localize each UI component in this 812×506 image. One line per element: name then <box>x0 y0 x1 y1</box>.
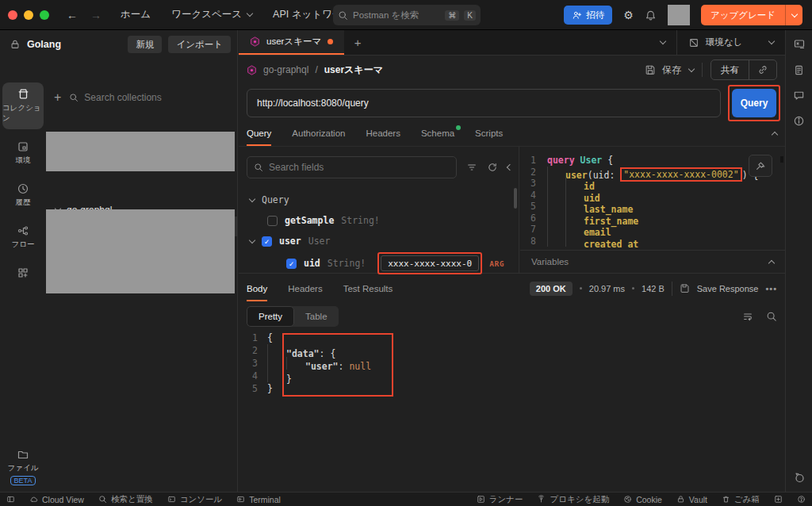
builder-scrollbar[interactable] <box>514 188 517 209</box>
breadcrumb-request[interactable]: userスキーマ <box>324 63 383 77</box>
upgrade-dropdown-button[interactable] <box>785 5 802 25</box>
sidebar-item-history[interactable]: 履歴 <box>2 178 44 213</box>
search-fields-input[interactable]: Search fields <box>247 156 457 178</box>
upgrade-button[interactable]: アップグレード <box>701 5 785 25</box>
save-response-icon <box>680 283 690 293</box>
info-icon[interactable] <box>793 115 805 127</box>
settings-gear-icon[interactable]: ⚙ <box>623 9 634 21</box>
vault-button[interactable]: Vault <box>676 495 707 504</box>
tab-authorization[interactable]: Authorization <box>292 121 345 146</box>
topbar: ← → ホーム ワークスペース API ネットワーク Postman を検索 ⌘… <box>0 0 812 30</box>
tab-user-schema[interactable]: userスキーマ <box>239 30 344 55</box>
maximize-window-button[interactable] <box>40 10 49 20</box>
sidebar-item-flows[interactable]: フロー <box>2 220 44 255</box>
tab-response-headers[interactable]: Headers <box>288 276 322 301</box>
tab-query[interactable]: Query <box>247 121 271 146</box>
save-options-chevron-icon[interactable] <box>688 65 695 71</box>
checkbox-getsample[interactable] <box>267 216 278 226</box>
help-icon[interactable] <box>797 495 806 504</box>
graphql-editor[interactable]: 1query User {2user(uid: "xxxx-xxxx-xxxx-… <box>520 147 785 273</box>
status-bar: Cloud View 検索と置換 コンソール Terminal ランナー プロキ… <box>0 492 812 506</box>
workspace-title[interactable]: Golang <box>27 39 121 50</box>
sidebar-item-files[interactable]: ファイル BETA <box>0 448 46 485</box>
uid-value-input[interactable] <box>381 255 479 271</box>
collapse-builder-icon[interactable] <box>507 164 513 171</box>
response-body[interactable]: 1{2"data": {3"user": null4}5} <box>247 332 785 492</box>
tree-field-getsample[interactable]: getSample String! <box>239 210 519 231</box>
save-response-button[interactable]: Save Response <box>697 284 759 293</box>
console-button[interactable]: コンソール <box>167 494 222 505</box>
wrap-text-icon[interactable] <box>742 311 753 322</box>
prettify-button[interactable] <box>749 155 772 177</box>
schema-status-dot <box>456 125 461 130</box>
tree-field-user[interactable]: ✓ user User <box>239 231 519 251</box>
query-builder: Search fields Query getSample String! <box>239 147 519 273</box>
tab-list-chevron-icon[interactable] <box>649 41 676 44</box>
window-controls <box>8 10 49 20</box>
share-button[interactable]: 共有 <box>711 64 749 76</box>
url-input[interactable] <box>247 89 721 117</box>
editor-scrollbar[interactable] <box>780 156 783 163</box>
terminal-button[interactable]: Terminal <box>236 495 281 504</box>
trash-button[interactable]: ごみ箱 <box>722 494 760 505</box>
view-table[interactable]: Table <box>294 306 339 327</box>
invite-button[interactable]: 招待 <box>564 6 612 25</box>
collections-search-input[interactable]: Search collections <box>69 92 229 103</box>
forward-icon[interactable]: → <box>90 9 102 21</box>
global-search-input[interactable]: Postman を検索 ⌘ K <box>333 5 481 25</box>
code-line: 1{ <box>247 332 785 344</box>
cookie-icon <box>623 495 632 504</box>
close-window-button[interactable] <box>8 10 17 20</box>
import-button[interactable]: インポート <box>168 36 231 53</box>
sidebar-toggle-icon[interactable] <box>6 495 15 504</box>
tab-body[interactable]: Body <box>247 276 267 301</box>
env-quick-look-icon[interactable] <box>793 38 806 51</box>
search-response-icon[interactable] <box>766 311 777 322</box>
tab-schema[interactable]: Schema <box>421 121 454 146</box>
environment-selector[interactable]: 環境なし <box>677 36 785 48</box>
whats-new-icon[interactable] <box>793 471 806 484</box>
tree-root-query[interactable]: Query <box>239 190 519 210</box>
response-size[interactable]: 142 B <box>642 284 665 293</box>
copy-link-button[interactable] <box>749 60 776 79</box>
new-tab-button[interactable]: + <box>344 30 371 55</box>
sidebar-item-blocks[interactable] <box>2 262 44 285</box>
cloud-view-button[interactable]: Cloud View <box>29 495 84 504</box>
tab-scripts[interactable]: Scripts <box>475 121 503 146</box>
minimize-window-button[interactable] <box>24 10 33 20</box>
runner-button[interactable]: ランナー <box>477 494 523 505</box>
refresh-icon[interactable] <box>487 162 498 173</box>
find-replace-button[interactable]: 検索と置換 <box>98 494 153 505</box>
view-pretty[interactable]: Pretty <box>247 306 294 327</box>
variables-section[interactable]: Variables <box>520 250 785 273</box>
checkbox-uid[interactable]: ✓ <box>286 259 297 269</box>
tab-test-results[interactable]: Test Results <box>343 276 393 301</box>
back-icon[interactable]: ← <box>67 9 78 21</box>
menu-workspaces[interactable]: ワークスペース <box>171 8 252 21</box>
more-options-icon[interactable]: ••• <box>765 284 777 293</box>
filter-icon[interactable] <box>466 162 477 173</box>
search-fields-placeholder: Search fields <box>269 162 324 173</box>
tree-field-uid[interactable]: ✓ uid String! ARG <box>239 251 519 275</box>
breadcrumb-collection[interactable]: go-graphql <box>263 64 308 75</box>
tab-headers[interactable]: Headers <box>366 121 400 146</box>
main-pane: userスキーマ + 環境なし go-graphql / userスキーマ 保存 <box>239 30 785 492</box>
status-badge[interactable]: 200 OK <box>530 282 573 296</box>
documentation-icon[interactable] <box>793 64 805 76</box>
start-proxy-button[interactable]: プロキシを起動 <box>537 494 609 505</box>
avatar[interactable] <box>668 5 690 25</box>
cookie-button[interactable]: Cookie <box>623 495 662 504</box>
save-button[interactable]: 保存 <box>645 63 681 77</box>
sidebar-item-environments[interactable]: 環境 <box>2 136 44 171</box>
checkbox-user[interactable]: ✓ <box>262 236 272 247</box>
query-send-button[interactable]: Query <box>732 89 776 117</box>
comments-icon[interactable] <box>793 90 805 102</box>
collapse-section-icon[interactable] <box>772 131 778 137</box>
add-collection-button[interactable]: + <box>54 90 61 105</box>
menu-home[interactable]: ホーム <box>121 8 151 21</box>
response-time[interactable]: 20.97 ms <box>589 284 625 293</box>
new-button[interactable]: 新規 <box>128 36 162 53</box>
notifications-bell-icon[interactable] <box>645 10 657 21</box>
sidebar-item-collections[interactable]: コレクション <box>2 82 44 129</box>
expand-panel-icon[interactable] <box>774 495 783 504</box>
